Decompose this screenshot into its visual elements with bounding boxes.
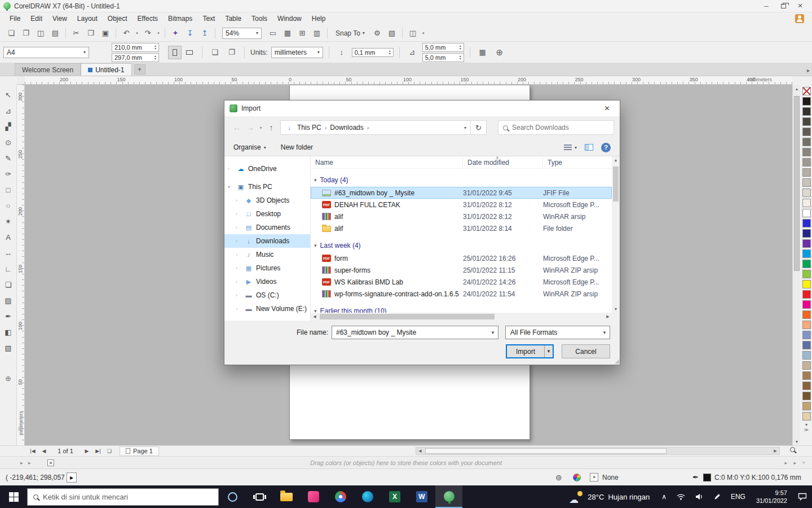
network-icon[interactable] xyxy=(672,485,690,508)
sidebar-item-new-volume-e-[interactable]: ›▬New Volume (E:) xyxy=(224,302,310,316)
page-tab[interactable]: Page 1 xyxy=(120,446,159,456)
page-size-select[interactable]: A4▾ xyxy=(3,47,89,58)
spinner-icon[interactable]: ▴▾ xyxy=(460,55,461,60)
scrollbar-thumb[interactable] xyxy=(320,314,495,319)
spinner-icon[interactable]: ▴▾ xyxy=(389,50,391,55)
chevron-down-icon[interactable]: ▾ xyxy=(363,30,365,36)
sidebar-item-downloads[interactable]: ›↓Downloads xyxy=(224,234,310,248)
transparency-tool[interactable]: ▨ xyxy=(2,294,15,307)
menu-object[interactable]: Object xyxy=(103,14,133,24)
change-view-button[interactable]: ▾ xyxy=(564,144,577,150)
clock[interactable]: 9:57 31/01/2022 xyxy=(751,489,793,505)
import-options-icon[interactable]: ▼ xyxy=(544,345,553,357)
chevron-down-icon[interactable]: ▼ xyxy=(488,330,498,335)
menu-bitmaps[interactable]: Bitmaps xyxy=(163,14,197,24)
sidebar-item-os-c-[interactable]: ›▬OS (C:) xyxy=(224,288,310,302)
color-swatch[interactable] xyxy=(802,117,811,126)
collapse-chevron-icon[interactable]: ▾ xyxy=(314,243,317,248)
color-swatch[interactable] xyxy=(802,178,811,187)
freehand-tool[interactable]: ✎ xyxy=(2,151,15,165)
menu-tools[interactable]: Tools xyxy=(246,14,272,24)
app-launcher-icon[interactable]: ✦ xyxy=(169,27,182,40)
help-icon[interactable]: ? xyxy=(601,143,611,152)
breadcrumb-downloads[interactable]: Downloads xyxy=(330,124,363,132)
address-bar[interactable]: ↓ This PC › Downloads › ▾ xyxy=(280,120,471,135)
dock-add-icon[interactable]: + xyxy=(802,460,805,466)
duplicate-x-input[interactable]: 5,0 mm▴▾ xyxy=(422,43,464,52)
color-swatch[interactable] xyxy=(802,280,811,288)
taskbar-search[interactable] xyxy=(27,488,219,506)
workspace-icon[interactable]: ◫ xyxy=(406,27,420,40)
preview-pane-icon[interactable] xyxy=(585,144,593,151)
color-swatch[interactable] xyxy=(802,290,811,299)
file-row[interactable]: PDFform25/01/2022 16:26Microsoft Edge P.… xyxy=(311,252,612,264)
chrome-button[interactable] xyxy=(327,485,354,508)
file-list-vertical-scrollbar[interactable]: ▲ ▼ xyxy=(612,156,620,313)
menu-window[interactable]: Window xyxy=(272,14,307,24)
dialog-title-bar[interactable]: Import xyxy=(224,100,620,116)
scrollbar-thumb[interactable] xyxy=(425,448,667,454)
paste-icon[interactable]: ▣ xyxy=(99,27,112,40)
color-swatch[interactable] xyxy=(802,107,811,116)
color-swatch[interactable] xyxy=(802,402,811,410)
sidebar-item-3d-objects[interactable]: ›◆3D Objects xyxy=(224,194,310,207)
color-swatch[interactable] xyxy=(802,260,811,268)
dialog-close-button[interactable]: ✕ xyxy=(594,100,620,116)
text-tool[interactable]: A xyxy=(2,230,15,244)
next-page-icon[interactable]: ▶ xyxy=(81,446,92,456)
color-swatch[interactable] xyxy=(802,300,811,309)
dock-scroll-left2-icon[interactable]: ▸ xyxy=(28,460,31,466)
dialog-search-input[interactable] xyxy=(512,124,609,132)
show-guidelines-icon[interactable]: ▥ xyxy=(310,27,324,40)
column-header-date-modified[interactable]: ∧Date modified xyxy=(463,156,543,168)
color-swatch[interactable] xyxy=(802,239,811,248)
scroll-right-icon[interactable]: ▶ xyxy=(604,313,612,321)
back-button[interactable]: ← xyxy=(230,121,244,134)
color-swatch[interactable] xyxy=(802,199,811,207)
sidebar-item-music[interactable]: ›♪Music xyxy=(224,248,310,261)
file-list-horizontal-scrollbar[interactable]: ◀ ▶ xyxy=(311,313,612,321)
file-name-combo[interactable]: ▼ xyxy=(332,326,498,339)
vertical-scrollbar[interactable]: ▲ ▼ xyxy=(792,85,800,445)
menu-effects[interactable]: Effects xyxy=(133,14,163,24)
breadcrumb-separator-icon[interactable]: › xyxy=(325,124,327,131)
undo-button[interactable]: ↶ xyxy=(120,27,133,40)
sidebar-item-this-pc[interactable]: ▾▣This PC xyxy=(224,180,310,194)
breadcrumb-separator-icon[interactable]: › xyxy=(367,124,369,131)
expand-chevron-icon[interactable]: › xyxy=(236,198,241,203)
up-button[interactable]: ↑ xyxy=(264,121,278,134)
file-type-select[interactable]: All File Formats ▼ xyxy=(505,326,610,339)
treat-as-filled-icon[interactable]: ▦ xyxy=(476,46,489,59)
color-swatch[interactable] xyxy=(802,158,811,167)
sidebar-item-pictures[interactable]: ›▦Pictures xyxy=(224,261,310,275)
chevron-down-icon[interactable]: ▼ xyxy=(599,330,610,335)
collapse-chevron-icon[interactable]: ▾ xyxy=(314,177,317,183)
nudge-offset-input[interactable]: 0,1 mm▴▾ xyxy=(352,48,394,57)
portrait-button[interactable] xyxy=(168,46,182,59)
cancel-button[interactable]: Cancel xyxy=(562,344,610,358)
expand-chevron-icon[interactable]: › xyxy=(236,279,241,284)
file-row[interactable]: super-forms25/01/2022 11:15WinRAR ZIP ar… xyxy=(311,264,612,276)
add-page-icon[interactable]: ❏ xyxy=(104,446,115,456)
file-name-input[interactable] xyxy=(332,329,488,336)
outline-color-swatch[interactable] xyxy=(703,474,711,481)
ellipse-tool[interactable]: ○ xyxy=(2,199,15,212)
color-proof-icon[interactable] xyxy=(573,474,581,481)
fill-swatch-none[interactable]: ✕ xyxy=(590,473,598,481)
menu-edit[interactable]: Edit xyxy=(25,14,47,24)
collapse-chevron-icon[interactable]: ▾ xyxy=(314,308,317,313)
hidden-icons-button[interactable]: ∧ xyxy=(656,485,672,508)
connector-tool[interactable]: ∟ xyxy=(2,262,15,275)
color-swatch[interactable] xyxy=(802,249,811,258)
color-swatch[interactable] xyxy=(802,351,811,360)
color-swatch[interactable] xyxy=(802,310,811,319)
file-row[interactable]: alif31/01/2022 8:14File folder xyxy=(311,222,612,234)
zoom-level-select[interactable]: 54%▾ xyxy=(222,28,262,39)
organise-menu[interactable]: Organise▾ xyxy=(233,143,266,151)
horizontal-scrollbar[interactable]: ◀ ▶ xyxy=(416,447,780,455)
close-button[interactable]: ✕ xyxy=(792,1,809,12)
new-document-tab-button[interactable]: + xyxy=(134,64,145,75)
interactive-fill-tool[interactable]: ◧ xyxy=(2,325,15,339)
color-eyedropper-tool[interactable]: ✒ xyxy=(2,309,15,323)
scrollbar-thumb[interactable] xyxy=(613,167,619,202)
